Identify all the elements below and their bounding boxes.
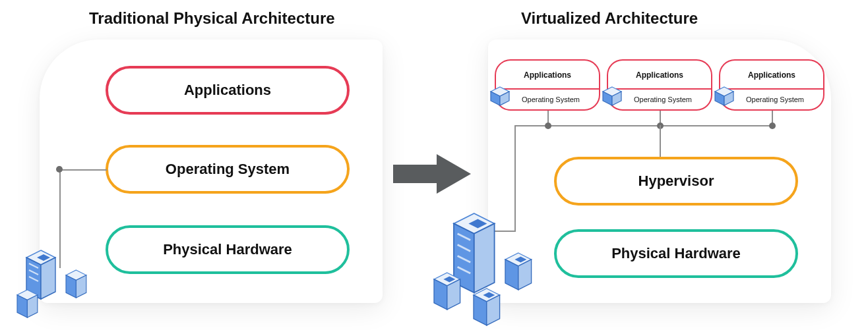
vm-app-label: Applications <box>495 59 600 90</box>
vm-unit-3: Applications Operating System <box>719 59 824 111</box>
server-cluster-icon <box>0 244 106 328</box>
svg-marker-12 <box>41 258 55 299</box>
vm-server-icon <box>602 86 623 107</box>
server-cluster-icon <box>422 209 554 328</box>
vm-os-label: Operating System <box>719 88 824 111</box>
vm-unit-2: Applications Operating System <box>607 59 712 111</box>
connector-dot <box>769 123 776 129</box>
layer-hardware: Physical Hardware <box>106 225 350 274</box>
layer-os: Operating System <box>106 145 350 194</box>
title-left: Traditional Physical Architecture <box>89 9 335 28</box>
vm-os-label: Operating System <box>495 88 600 111</box>
svg-marker-25 <box>474 223 495 292</box>
layer-hardware: Physical Hardware <box>554 229 798 278</box>
vm-app-label: Applications <box>719 59 824 90</box>
connector-dot <box>545 123 551 129</box>
connector-dot <box>56 166 63 173</box>
vm-os-label: Operating System <box>607 88 712 111</box>
title-right: Virtualized Architecture <box>521 9 698 28</box>
layer-applications: Applications <box>106 66 350 115</box>
transition-arrow-icon <box>393 151 472 196</box>
diagram-stage: Traditional Physical Architecture Virtua… <box>0 0 868 330</box>
vm-server-icon <box>714 86 735 107</box>
layer-hypervisor: Hypervisor <box>554 157 798 206</box>
vm-app-label: Applications <box>607 59 712 90</box>
vm-unit-1: Applications Operating System <box>495 59 600 111</box>
svg-marker-9 <box>393 154 471 194</box>
vm-server-icon <box>489 86 511 107</box>
